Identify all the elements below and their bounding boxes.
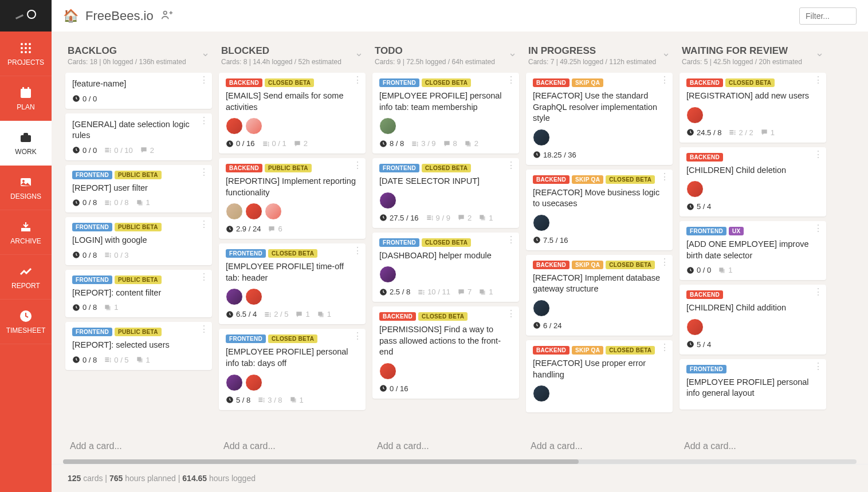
- card-menu-icon[interactable]: ⋮: [814, 77, 823, 83]
- avatar[interactable]: [533, 214, 550, 231]
- card-menu-icon[interactable]: ⋮: [199, 77, 209, 83]
- card-menu-icon[interactable]: ⋮: [660, 77, 669, 83]
- card[interactable]: ⋮ BACKENDCLOSED BETA [REGISTRATION] add …: [680, 73, 826, 143]
- add-card-button[interactable]: Add a card...: [217, 433, 368, 459]
- card-menu-icon[interactable]: ⋮: [353, 248, 362, 254]
- card[interactable]: ⋮ FRONTENDCLOSED BETA [EMPLOYEE PROFILE]…: [219, 243, 366, 324]
- horizontal-scrollbar[interactable]: [63, 459, 857, 464]
- nav-plan[interactable]: PLAN: [0, 76, 52, 121]
- avatar[interactable]: [245, 117, 262, 135]
- avatar[interactable]: [245, 288, 262, 305]
- avatar[interactable]: [533, 385, 550, 402]
- card[interactable]: ⋮ BACKENDPUBLIC BETA [REPORTING] Impleme…: [219, 158, 366, 239]
- avatar[interactable]: [686, 107, 704, 124]
- svg-point-11: [29, 51, 31, 53]
- avatar[interactable]: [379, 266, 396, 283]
- card[interactable]: ⋮ [feature-name] 0 / 0: [65, 73, 212, 109]
- stat-clock: 0 / 0: [72, 146, 97, 155]
- add-card-button[interactable]: Add a card...: [677, 433, 828, 459]
- card-menu-icon[interactable]: ⋮: [199, 222, 209, 227]
- card-menu-icon[interactable]: ⋮: [660, 259, 669, 265]
- card[interactable]: ⋮ [GENERAL] date selection logic rules 0…: [65, 113, 212, 160]
- card-menu-icon[interactable]: ⋮: [353, 163, 362, 168]
- card[interactable]: ⋮ BACKENDCLOSED BETA [EMAILS] Send email…: [219, 73, 366, 153]
- card-menu-icon[interactable]: ⋮: [199, 274, 209, 280]
- filter-input[interactable]: [799, 7, 857, 25]
- column-subtitle: Cards: 7 | 49.25h logged / 112h estimate…: [528, 58, 670, 66]
- nav-projects[interactable]: PROJECTS: [0, 32, 52, 76]
- avatar[interactable]: [265, 203, 282, 220]
- avatar[interactable]: [379, 192, 396, 209]
- tag-backend: BACKEND: [686, 78, 723, 87]
- card-menu-icon[interactable]: ⋮: [353, 77, 362, 83]
- nav-timesheet[interactable]: TIMESHEET: [0, 300, 52, 344]
- card-menu-icon[interactable]: ⋮: [660, 345, 669, 351]
- card[interactable]: ⋮ BACKEND [CHILDREN] Child addition 5 / …: [680, 285, 826, 355]
- svg-rect-16: [21, 135, 31, 142]
- card-menu-icon[interactable]: ⋮: [814, 226, 823, 231]
- card-menu-icon[interactable]: ⋮: [814, 152, 823, 158]
- card[interactable]: ⋮ FRONTENDCLOSED BETA [DATE SELECTOR INP…: [372, 158, 519, 228]
- card[interactable]: ⋮ BACKENDSKIP QACLOSED BETA [REFACTOR] U…: [526, 340, 673, 412]
- chevron-down-icon[interactable]: ⌄: [508, 46, 517, 59]
- avatar[interactable]: [686, 180, 704, 198]
- stat-stack: 1: [478, 288, 493, 296]
- avatar[interactable]: [379, 363, 396, 380]
- avatar[interactable]: [226, 203, 243, 220]
- card-menu-icon[interactable]: ⋮: [814, 364, 823, 369]
- nav-work[interactable]: WORK: [0, 121, 52, 166]
- avatar[interactable]: [226, 117, 243, 135]
- card[interactable]: ⋮ BACKENDSKIP QA [REFACTOR] Use the stan…: [526, 73, 673, 165]
- card[interactable]: ⋮ FRONTENDUX [ADD ONE EMPLOYEE] improve …: [680, 221, 826, 280]
- card[interactable]: ⋮ FRONTENDCLOSED BETA [DASHBOARD] helper…: [372, 233, 519, 302]
- avatar[interactable]: [226, 288, 243, 305]
- add-card-button[interactable]: Add a card...: [370, 433, 521, 459]
- chevron-down-icon[interactable]: ⌄: [355, 46, 363, 59]
- clock-icon: [72, 199, 80, 207]
- card[interactable]: ⋮ FRONTENDPUBLIC BETA [REPORT] user filt…: [65, 165, 212, 213]
- card[interactable]: ⋮ BACKEND [CHILDREN] Child deletion 5 / …: [680, 147, 826, 217]
- avatar[interactable]: [245, 374, 262, 391]
- card-title: [EMPLOYEE PROFILE] personal info tab: te…: [379, 90, 512, 113]
- nav-report[interactable]: REPORT: [0, 255, 52, 300]
- card-menu-icon[interactable]: ⋮: [199, 170, 209, 175]
- card[interactable]: ⋮ FRONTENDPUBLIC BETA [REPORT]: content …: [65, 270, 212, 318]
- card-menu-icon[interactable]: ⋮: [506, 311, 516, 317]
- chevron-down-icon[interactable]: ⌄: [201, 46, 210, 59]
- card-menu-icon[interactable]: ⋮: [199, 326, 209, 332]
- card-menu-icon[interactable]: ⋮: [506, 237, 516, 243]
- nav-archive[interactable]: ARCHIVE: [0, 210, 52, 255]
- add-card-button[interactable]: Add a card...: [63, 433, 214, 459]
- card-menu-icon[interactable]: ⋮: [353, 333, 362, 339]
- card[interactable]: ⋮ FRONTENDCLOSED BETA [EMPLOYEE PROFILE]…: [219, 329, 366, 410]
- add-card-button[interactable]: Add a card...: [524, 433, 675, 459]
- card[interactable]: ⋮ FRONTENDPUBLIC BETA [REPORT]: selected…: [65, 322, 212, 370]
- sidebar: PROJECTSPLANWORKDESIGNSARCHIVEREPORTTIME…: [0, 0, 52, 492]
- avatar[interactable]: [533, 129, 550, 146]
- card[interactable]: ⋮ FRONTENDCLOSED BETA [EMPLOYEE PROFILE]…: [372, 73, 519, 153]
- members-icon[interactable]: [160, 9, 173, 23]
- svg-point-18: [22, 180, 25, 182]
- card-menu-icon[interactable]: ⋮: [814, 289, 823, 295]
- card-menu-icon[interactable]: ⋮: [506, 163, 516, 168]
- card-title: [REPORTING] Implement reporting function…: [226, 176, 359, 198]
- card[interactable]: ⋮ FRONTEND [EMPLOYEE PROFILE] personal i…: [680, 359, 826, 410]
- avatar[interactable]: [533, 300, 550, 317]
- avatar[interactable]: [686, 318, 704, 336]
- card-menu-icon[interactable]: ⋮: [506, 77, 516, 83]
- app-logo[interactable]: [0, 0, 52, 32]
- tag-frontend: FRONTEND: [72, 171, 112, 179]
- avatar[interactable]: [245, 203, 262, 220]
- card[interactable]: ⋮ BACKENDCLOSED BETA [PERMISSIONS] Find …: [372, 306, 519, 399]
- chevron-down-icon[interactable]: ⌄: [662, 46, 670, 59]
- chevron-down-icon[interactable]: ⌄: [815, 46, 824, 59]
- tag-frontend: FRONTEND: [226, 334, 266, 343]
- card-menu-icon[interactable]: ⋮: [660, 174, 669, 180]
- avatar[interactable]: [379, 117, 396, 135]
- card[interactable]: ⋮ BACKENDSKIP QACLOSED BETA [REFACTOR] M…: [526, 170, 673, 250]
- nav-designs[interactable]: DESIGNS: [0, 166, 52, 210]
- avatar[interactable]: [226, 374, 243, 391]
- card-menu-icon[interactable]: ⋮: [199, 118, 209, 124]
- card[interactable]: ⋮ BACKENDSKIP QACLOSED BETA [REFACTOR] I…: [526, 255, 673, 336]
- card[interactable]: ⋮ FRONTENDPUBLIC BETA [LOGIN] with googl…: [65, 217, 212, 265]
